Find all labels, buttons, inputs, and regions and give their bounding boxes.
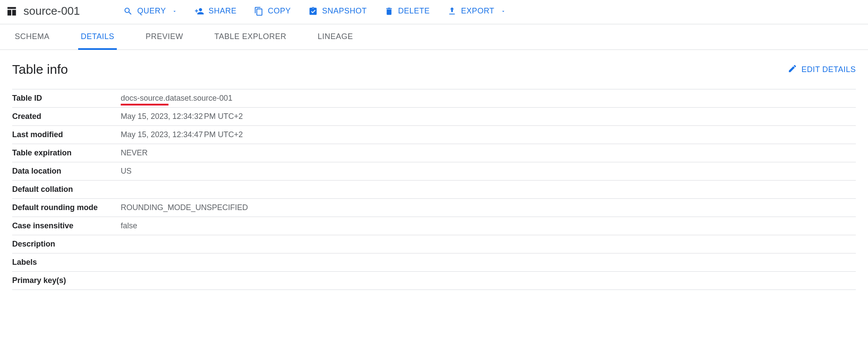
snapshot-icon (308, 7, 318, 16)
chevron-down-icon (501, 9, 506, 14)
label-description: Description (12, 235, 121, 253)
query-button[interactable]: QUERY (123, 7, 177, 16)
row-default-collation: Default collation (12, 181, 856, 199)
label-created: Created (12, 108, 121, 126)
value-default-collation (121, 181, 856, 199)
tab-table-explorer[interactable]: TABLE EXPLORER (212, 24, 289, 50)
value-primary-keys (121, 272, 856, 290)
person-add-icon (195, 7, 204, 16)
label-table-expiration: Table expiration (12, 144, 121, 162)
snapshot-label: SNAPSHOT (322, 7, 367, 16)
value-default-rounding-mode: ROUNDING_MODE_UNSPECIFIED (121, 199, 856, 217)
value-labels (121, 253, 856, 272)
copy-button[interactable]: COPY (254, 7, 291, 16)
delete-label: DELETE (398, 7, 430, 16)
value-data-location: US (121, 162, 856, 181)
delete-button[interactable]: DELETE (384, 7, 430, 16)
label-data-location: Data location (12, 162, 121, 181)
export-label: EXPORT (461, 7, 495, 16)
export-button[interactable]: EXPORT (447, 7, 506, 16)
search-icon (123, 7, 133, 16)
query-label: QUERY (137, 7, 166, 16)
tab-details[interactable]: DETAILS (78, 24, 117, 50)
tab-schema[interactable]: SCHEMA (12, 24, 52, 50)
tab-lineage[interactable]: LINEAGE (315, 24, 356, 50)
value-case-insensitive: false (121, 217, 856, 235)
row-case-insensitive: Case insensitive false (12, 217, 856, 235)
label-last-modified: Last modified (12, 126, 121, 144)
content: Table info EDIT DETAILS Table ID docs-so… (0, 50, 868, 290)
pencil-icon (788, 64, 797, 76)
row-table-id: Table ID docs-source.dataset.source-001 (12, 89, 856, 108)
row-default-rounding-mode: Default rounding mode ROUNDING_MODE_UNSP… (12, 199, 856, 217)
label-default-collation: Default collation (12, 181, 121, 199)
page-title: source-001 (23, 4, 80, 18)
row-data-location: Data location US (12, 162, 856, 181)
value-last-modified: May 15, 2023, 12:34:47 PM UTC+2 (121, 126, 856, 144)
edit-details-button[interactable]: EDIT DETAILS (788, 64, 856, 76)
tabs: SCHEMA DETAILS PREVIEW TABLE EXPLORER LI… (0, 24, 868, 50)
section-title: Table info (12, 62, 68, 77)
label-labels: Labels (12, 253, 121, 272)
export-icon (447, 7, 457, 16)
label-case-insensitive: Case insensitive (12, 217, 121, 235)
toolbar: source-001 QUERY SHARE COPY SNAPSHOT DEL… (0, 0, 868, 24)
chevron-down-icon (172, 9, 177, 14)
table-icon (6, 6, 17, 17)
trash-icon (384, 7, 394, 16)
label-table-id: Table ID (12, 89, 121, 108)
info-table: Table ID docs-source.dataset.source-001 … (12, 89, 856, 290)
share-label: SHARE (208, 7, 237, 16)
label-primary-keys: Primary key(s) (12, 272, 121, 290)
row-last-modified: Last modified May 15, 2023, 12:34:47 PM … (12, 126, 856, 144)
value-description (121, 235, 856, 253)
row-table-expiration: Table expiration NEVER (12, 144, 856, 162)
row-labels: Labels (12, 253, 856, 272)
copy-label: COPY (268, 7, 291, 16)
edit-details-label: EDIT DETAILS (802, 65, 856, 74)
value-table-id: docs-source.dataset.source-001 (121, 89, 856, 108)
title-block: source-001 (6, 4, 80, 18)
copy-icon (254, 7, 264, 16)
value-created: May 15, 2023, 12:34:32 PM UTC+2 (121, 108, 856, 126)
row-primary-keys: Primary key(s) (12, 272, 856, 290)
row-created: Created May 15, 2023, 12:34:32 PM UTC+2 (12, 108, 856, 126)
table-id-text: docs-source.dataset.source-001 (121, 94, 232, 103)
section-header: Table info EDIT DETAILS (12, 62, 856, 77)
snapshot-button[interactable]: SNAPSHOT (308, 7, 367, 16)
label-default-rounding-mode: Default rounding mode (12, 199, 121, 217)
tab-preview[interactable]: PREVIEW (143, 24, 186, 50)
value-table-expiration: NEVER (121, 144, 856, 162)
row-description: Description (12, 235, 856, 253)
share-button[interactable]: SHARE (195, 7, 237, 16)
